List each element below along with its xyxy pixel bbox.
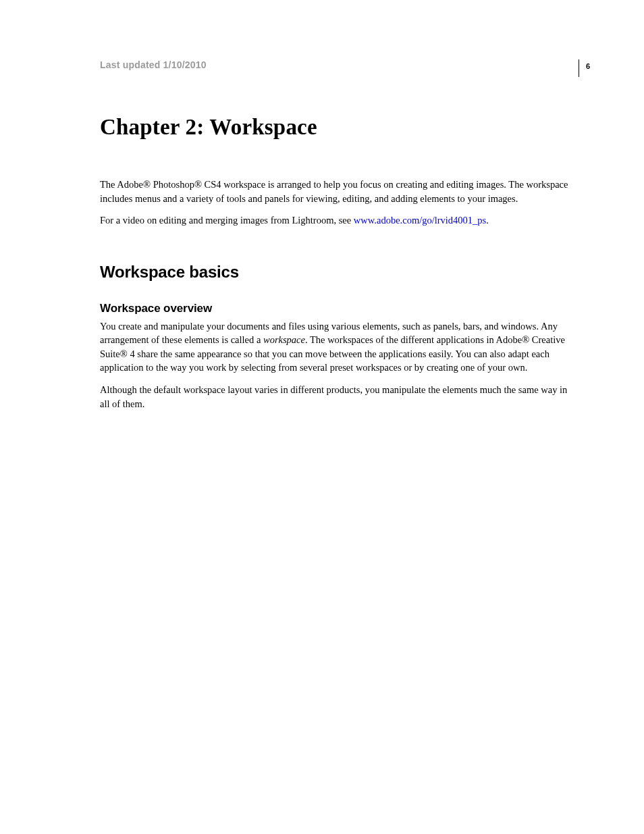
intro-paragraph-1: The Adobe® Photoshop® CS4 workspace is a… [100, 178, 570, 205]
intro-paragraph-2: For a video on editing and merging image… [100, 213, 570, 228]
last-updated-label: Last updated 1/10/2010 [100, 59, 207, 70]
intro-para2-prefix: For a video on editing and merging image… [100, 215, 354, 226]
page-container: Last updated 1/10/2010 6 Chapter 2: Work… [0, 0, 644, 411]
header-row: Last updated 1/10/2010 6 [100, 59, 570, 77]
intro-para2-suffix: . [486, 215, 489, 226]
video-link[interactable]: www.adobe.com/go/lrvid4001_ps [354, 215, 486, 226]
page-number: 6 [586, 62, 590, 70]
overview-paragraph-2: Although the default workspace layout va… [100, 383, 570, 411]
section-heading-workspace-basics: Workspace basics [100, 263, 570, 282]
subsection-heading-workspace-overview: Workspace overview [100, 302, 570, 315]
chapter-title: Chapter 2: Workspace [100, 115, 570, 140]
overview-p1-italic: workspace [263, 334, 305, 345]
overview-paragraph-1: You create and manipulate your documents… [100, 319, 570, 375]
page-number-box: 6 [579, 59, 590, 77]
